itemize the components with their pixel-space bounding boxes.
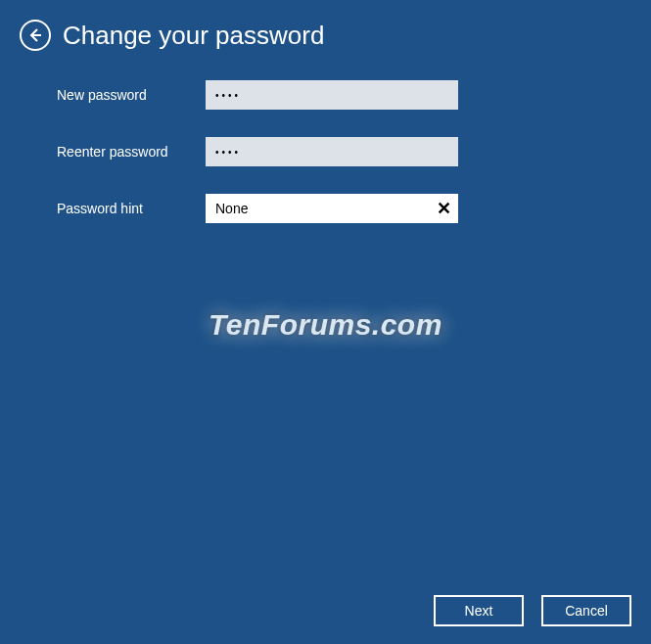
reenter-password-input[interactable]: [206, 137, 458, 166]
close-icon: ✕: [437, 198, 451, 219]
reenter-password-label: Reenter password: [57, 144, 206, 160]
new-password-row: New password: [57, 80, 651, 110]
watermark-text: TenForums.com: [209, 308, 442, 342]
new-password-input[interactable]: [206, 80, 458, 110]
next-button[interactable]: Next: [434, 595, 524, 626]
page-title: Change your password: [63, 21, 324, 51]
header: Change your password: [0, 0, 651, 61]
password-hint-row: Password hint ✕: [57, 194, 651, 223]
back-button[interactable]: [20, 20, 51, 51]
password-hint-label: Password hint: [57, 201, 206, 216]
password-hint-input[interactable]: [206, 194, 429, 223]
footer-actions: Next Cancel: [434, 595, 631, 626]
password-form: New password Reenter password Password h…: [0, 61, 651, 223]
arrow-left-icon: [27, 27, 43, 43]
cancel-button[interactable]: Cancel: [541, 595, 631, 626]
new-password-label: New password: [57, 87, 206, 103]
clear-hint-button[interactable]: ✕: [429, 194, 458, 223]
reenter-password-row: Reenter password: [57, 137, 651, 166]
password-hint-field: ✕: [206, 194, 458, 223]
